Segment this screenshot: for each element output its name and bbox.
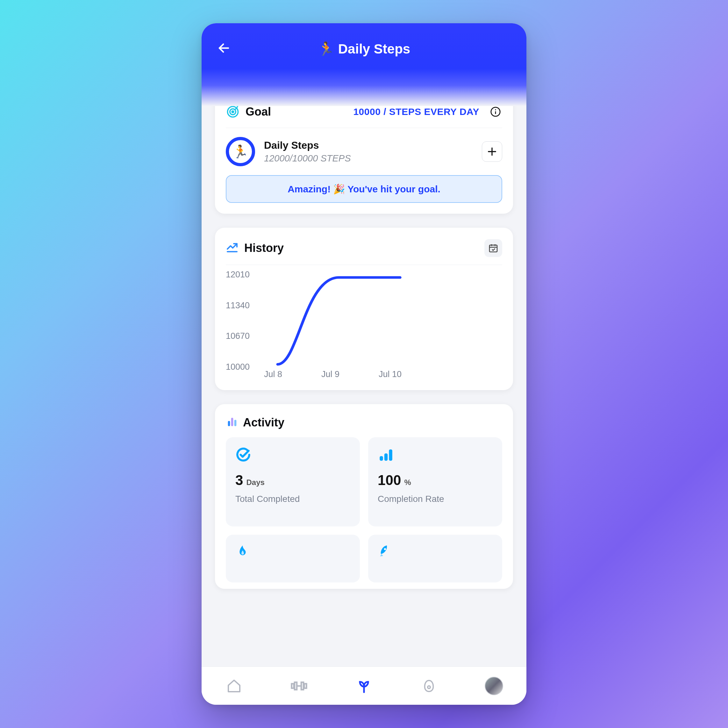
svg-point-20 (384, 548, 386, 550)
goal-body: 🏃 Daily Steps 12000/10000 STEPS (226, 128, 502, 166)
chart-y-tick: 12010 (226, 270, 250, 280)
nav-nutrition[interactable] (416, 673, 442, 699)
goal-progress-ring: 🏃 (226, 137, 255, 166)
chart-x-tick: Jul 10 (379, 369, 436, 379)
nav-workouts[interactable] (286, 673, 312, 699)
bars-icon (226, 416, 239, 430)
history-chart: 12010113401067010000 Jul 8Jul 9Jul 10 (226, 265, 502, 379)
history-card: History 12010113401067010000 Jul 8Jul 9J… (215, 228, 513, 390)
activity-section-title: Activity (243, 416, 284, 429)
back-button[interactable] (214, 38, 233, 58)
goal-item-text: Daily Steps 12000/10000 STEPS (264, 139, 351, 164)
history-header: History (226, 239, 502, 265)
tile-value: 3 (236, 472, 243, 488)
goal-info-button[interactable] (489, 105, 502, 118)
goal-header: Goal 10000 / STEPS EVERY DAY (226, 105, 502, 128)
runner-emoji-icon: 🏃 (232, 144, 248, 159)
tile-total-completed: 3 Days Total Completed (226, 437, 360, 526)
page-title: 🏃 Daily Steps (202, 39, 526, 57)
activity-card: Activity 3 Days Total Completed (215, 404, 513, 589)
svg-rect-18 (384, 453, 388, 461)
page-title-text: Daily Steps (338, 41, 410, 57)
activity-header: Activity (226, 416, 502, 437)
svg-point-26 (428, 686, 430, 688)
tile-boost (368, 535, 502, 583)
rocket-icon (378, 544, 492, 560)
avatar-icon (485, 677, 503, 695)
goal-target-text: 10000 / STEPS EVERY DAY (353, 106, 479, 117)
chart-x-axis: Jul 8Jul 9Jul 10 (264, 369, 502, 379)
target-icon (226, 105, 240, 119)
tile-value: 100 (378, 472, 401, 488)
chart-y-axis: 12010113401067010000 (226, 275, 261, 367)
svg-rect-16 (234, 420, 237, 426)
history-section-title: History (244, 242, 284, 255)
calendar-button[interactable] (484, 239, 502, 257)
goal-section-title: Goal (246, 105, 271, 118)
goal-item-progress: 12000/10000 STEPS (264, 153, 351, 164)
bar-chart-icon (378, 447, 492, 463)
tile-label: Total Completed (236, 494, 350, 504)
nav-profile[interactable] (481, 673, 507, 699)
goal-achieved-banner: Amazing! 🎉 You've hit your goal. (226, 175, 502, 203)
tile-streak (226, 535, 360, 583)
tile-unit: Days (246, 478, 264, 487)
app-header: 🏃 Daily Steps (202, 23, 526, 106)
chart-line (278, 277, 400, 364)
tile-completion-rate: 100 % Completion Rate (368, 437, 502, 526)
svg-rect-17 (379, 456, 383, 461)
goal-item-name: Daily Steps (264, 139, 351, 151)
flame-icon (236, 544, 350, 560)
nav-home[interactable] (221, 673, 247, 699)
content-area: Goal 10000 / STEPS EVERY DAY 🏃 Daily Ste… (202, 93, 526, 654)
arrow-left-icon (217, 41, 231, 55)
activity-grid: 3 Days Total Completed 100 % Completion … (226, 437, 502, 583)
svg-rect-19 (389, 449, 392, 460)
chart-x-tick: Jul 9 (321, 369, 379, 379)
chart-y-tick: 11340 (226, 300, 250, 310)
bottom-nav (202, 667, 526, 705)
svg-rect-21 (292, 684, 294, 688)
chart-y-tick: 10670 (226, 331, 250, 341)
svg-rect-24 (301, 682, 303, 690)
nav-habits[interactable] (351, 673, 377, 699)
svg-rect-14 (228, 421, 230, 427)
svg-rect-25 (304, 684, 306, 688)
add-entry-button[interactable] (482, 141, 502, 162)
chart-x-tick: Jul 8 (264, 369, 321, 379)
svg-point-6 (495, 109, 496, 110)
tile-label: Completion Rate (378, 494, 492, 504)
trend-icon (226, 241, 239, 255)
svg-point-3 (232, 111, 234, 113)
chart-y-tick: 10000 (226, 362, 250, 372)
check-circle-icon (236, 447, 350, 463)
goal-card: Goal 10000 / STEPS EVERY DAY 🏃 Daily Ste… (215, 93, 513, 214)
svg-rect-15 (231, 418, 233, 427)
runner-emoji-icon: 🏃 (318, 41, 334, 57)
chart-plot-area (264, 275, 502, 367)
app-screen: 🏃 Daily Steps Goal 10000 / STEPS EVERY D… (202, 23, 526, 705)
tile-unit: % (404, 478, 411, 487)
svg-rect-10 (489, 245, 497, 252)
